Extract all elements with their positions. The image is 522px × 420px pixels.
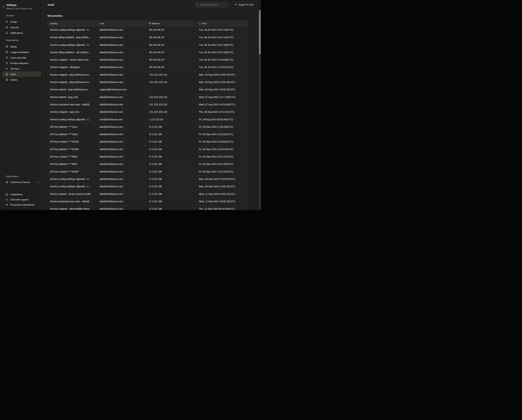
sidebar-item-api-keys[interactable]: API keys — [2, 66, 41, 71]
sidebar-bottom: Organization ClickHouse Demos — [0, 175, 43, 210]
user-cell: dale@clickhouse.com — [97, 101, 147, 109]
main-area: Audit Export To CSV 918 activities Activ… — [43, 0, 261, 210]
sidebar-item-label: Private endpoints — [10, 62, 28, 64]
ip-cell: 5.71.62.186 — [147, 146, 197, 153]
user-cell: dale@clickhouse.com — [97, 124, 147, 131]
vertical-scrollbar[interactable] — [259, 10, 261, 210]
ip-cell: 5.71.62.186 — [147, 183, 197, 191]
time-cell: Tue, 30 Jul 2024 16:57:50(UTC) — [197, 49, 248, 56]
system-status[interactable]: All systems operational — [2, 202, 41, 207]
settings-sidebar: Settings Return to your service view Acc… — [0, 0, 43, 210]
users-icon — [6, 56, 8, 59]
user-cell: dale@clickhouse.com — [97, 206, 147, 210]
sidebar-item-private-endpoints[interactable]: Private endpoints — [2, 60, 41, 66]
time-cell: Mon, 09 Sep 2024 15:39:52(UTC) — [197, 176, 248, 183]
table-row: Service stopped - observability-demodale… — [48, 206, 248, 210]
activity-cell: Service scaling settings adjusted - 3... — [48, 176, 97, 183]
sidebar-item-integrations[interactable]: Integrations — [2, 192, 41, 197]
footer-item-label: Integrations — [10, 193, 23, 196]
ip-cell: 5.71.62.186 — [147, 206, 197, 210]
sidebar-item-usage-breakdown[interactable]: Usage breakdown — [2, 49, 41, 55]
search-input[interactable] — [195, 2, 229, 8]
ip-cell: 151.224.225.142 — [147, 109, 197, 116]
ip-cell: 85.242.48.167 — [147, 34, 197, 41]
sidebar-item-label: Details — [10, 78, 17, 81]
user-cell: dale@clickhouse.com — [97, 191, 147, 198]
table-body: Service scaling settings adjusted - 3...… — [48, 27, 248, 210]
sidebar-item-security[interactable]: Security — [2, 25, 41, 30]
activity-cell: API key deleted: ****hBI3 — [48, 161, 97, 168]
table-row: Service password was reset - dale@...dal… — [48, 101, 248, 109]
time-cell: Fri, 06 Sep 2024 11:59:32(UTC) — [197, 131, 248, 138]
puzzle-icon — [6, 193, 8, 196]
sidebar-item-users-and-roles[interactable]: Users and roles — [2, 55, 41, 60]
user-cell: dale@clickhouse.com — [97, 79, 147, 86]
activity-cell: API key created: ****bXWT — [48, 169, 97, 176]
user-cell: dale@clickhouse.com — [97, 49, 147, 56]
ip-cell: 2.137.10.102 — [147, 116, 197, 124]
activity-cell: Service started - play.clickhouse.co... — [48, 86, 97, 94]
time-cell: Tue, 30 Jul 2024 16:57:50(UTC) — [197, 42, 248, 49]
sidebar-item-chat-support[interactable]: Chat with support — [2, 197, 41, 202]
organization-nav: Billing Usage breakdown Users and roles … — [0, 44, 43, 82]
sidebar-item-notifications[interactable]: Notifications — [2, 30, 41, 36]
billing-card-icon — [6, 45, 8, 48]
activity-cell: API key deleted: ****2KNc — [48, 131, 97, 138]
table-row: Service password was reset - dale@...dal… — [48, 198, 248, 206]
activity-cell: Service started - Vector search results — [48, 191, 97, 198]
key-icon — [6, 67, 8, 70]
table-row: Service scaling settings adjusted - 3...… — [48, 42, 248, 49]
table-row: Service stopped - clickpipesdale@clickho… — [48, 64, 248, 71]
chat-bubble-icon — [6, 198, 8, 201]
time-cell: Wed, 07 Aug 2024 14:17:09(UTC) — [197, 94, 248, 101]
time-cell: Tue, 30 Jul 2024 17:09:36(UTC) — [197, 57, 248, 64]
activity-cell: Service scaling settings adjusted - 1... — [48, 183, 97, 191]
ip-cell: 85.242.48.167 — [147, 27, 197, 34]
ip-cell: 5.71.62.186 — [147, 176, 197, 183]
user-cell: dale@clickhouse.com — [97, 183, 147, 191]
section-label-organization-switcher: Organization — [6, 175, 40, 178]
activity-cell: Service stopped - observability-demo — [48, 206, 97, 210]
time-cell: Wed, 11 Sep 2024 10:56:11(UTC) — [197, 191, 248, 198]
table-row: API key deleted: ****hBI3dale@clickhouse… — [48, 161, 248, 168]
table-row: Service stopped - play.clickhouse.co...d… — [48, 71, 248, 79]
sidebar-item-profile[interactable]: Profile — [2, 19, 41, 25]
topbar: Audit Export To CSV — [43, 0, 261, 10]
column-header-time[interactable]: Time — [197, 22, 248, 25]
table-row: Service started - Vector search resultsd… — [48, 191, 248, 198]
activity-cell: Service idling disabled - play.clickho..… — [48, 34, 97, 41]
table-row: API key created: ****OCB5dale@clickhouse… — [48, 138, 248, 146]
chevron-right-icon — [37, 181, 39, 184]
status-dot-icon — [6, 203, 8, 206]
activity-cell: Service stopped - play.clickhouse.co... — [48, 79, 97, 86]
back-button[interactable] — [2, 5, 5, 8]
ip-cell: 85.242.48.167 — [147, 64, 197, 71]
table-row: Service scaling settings adjusted - 1...… — [48, 183, 248, 191]
time-cell: Fri, 06 Sep 2024 11:59:28(UTC) — [197, 124, 248, 131]
activity-cell: Service scaling settings adjusted - 2... — [48, 116, 97, 124]
export-csv-button[interactable]: Export To CSV — [232, 2, 257, 8]
organization-switcher[interactable]: ClickHouse Demos — [2, 179, 41, 185]
sidebar-item-audit[interactable]: Audit — [2, 71, 41, 77]
sidebar-item-label: Profile — [10, 21, 17, 23]
sidebar-title: Settings — [6, 3, 32, 7]
table-row: API key deleted: ****2KNcdale@clickhouse… — [48, 131, 248, 138]
sidebar-header: Settings Return to your service view — [0, 0, 43, 10]
scrollbar-thumb[interactable] — [259, 10, 261, 54]
time-cell: Fri, 06 Sep 2024 12:01:21(UTC) — [197, 154, 248, 161]
sidebar-item-details[interactable]: Details — [2, 77, 41, 82]
activity-cell: Service idling disabled - sql.clickhou..… — [48, 49, 97, 56]
time-cell: Tue, 30 Jul 2024 17:09:41(UTC) — [197, 64, 248, 71]
ip-cell: 151.224.225.142 — [147, 72, 197, 79]
activity-cell: API key created: ****hBI3 — [48, 154, 97, 161]
ip-cell: 5.71.62.186 — [147, 154, 197, 161]
user-cell: support@clickhouse.com — [97, 86, 147, 94]
ip-cell: 5.71.62.186 — [147, 169, 197, 176]
sidebar-item-billing[interactable]: Billing — [2, 44, 41, 49]
section-label-account: Account — [6, 15, 40, 17]
organization-name: ClickHouse Demos — [10, 181, 30, 184]
ip-cell: 151.224.225.142 — [147, 101, 197, 109]
sidebar-item-label: Security — [10, 26, 19, 29]
activity-cell: Service scaling settings adjusted - 3... — [48, 27, 97, 34]
time-cell: Wed, 11 Sep 2024 18:06:16(UTC) — [197, 198, 248, 206]
